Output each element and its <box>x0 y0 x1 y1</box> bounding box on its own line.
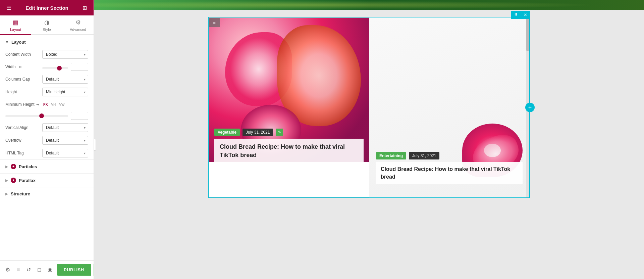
card-right-title: Cloud Bread Recipe: How to make that vir… <box>376 162 523 184</box>
content-width-select-wrap: Boxed Full Width ▾ <box>42 50 88 59</box>
style-tab-label: Style <box>43 28 51 32</box>
min-height-value-input[interactable]: 585 <box>71 112 88 120</box>
style-tab-icon: ◑ <box>44 19 50 26</box>
particles-label: Particles <box>19 164 37 169</box>
history-icon: ↺ <box>26 267 31 273</box>
content-width-row: Content Width Boxed Full Width ▾ <box>0 48 94 61</box>
particles-arrow-icon: ▶ <box>5 165 8 169</box>
width-value-input[interactable] <box>71 63 88 71</box>
drag-icon: ⠿ <box>514 12 518 17</box>
section-close-button[interactable]: ✕ <box>521 11 530 19</box>
height-control: Min Height Fit to Screen 100vh ▾ <box>42 88 88 96</box>
layers-icon: ≡ <box>17 267 20 273</box>
structure-label: Structure <box>11 191 30 196</box>
notes-button[interactable]: □ <box>36 265 43 275</box>
vegetable-badge: Vegetable <box>214 129 240 136</box>
canvas-content: ‹ ⠿ ✕ ≡ <box>94 10 644 279</box>
overflow-control: Default Hidden ▾ <box>42 136 88 145</box>
parallax-arrow-icon: ▶ <box>5 179 8 182</box>
settings-button[interactable]: ⚙ <box>3 265 12 275</box>
advanced-tab-icon: ⚙ <box>75 19 81 26</box>
particles-dot-icon: ✦ <box>11 164 16 169</box>
preview-icon: ◉ <box>48 267 52 273</box>
content-width-select[interactable]: Boxed Full Width <box>42 50 88 59</box>
card-handle[interactable]: ≡ <box>209 18 220 27</box>
meta-badges: Vegetable July 31, 2021 ✎ <box>214 129 364 136</box>
layout-tab-icon: ▦ <box>13 19 18 26</box>
height-select[interactable]: Min Height Fit to Screen 100vh <box>42 88 88 96</box>
history-button[interactable]: ↺ <box>24 265 33 275</box>
unit-px-tab[interactable]: PX <box>42 102 49 107</box>
tab-layout[interactable]: ▦ Layout <box>0 15 31 35</box>
structure-arrow-icon: ▶ <box>5 192 8 196</box>
add-column-icon: + <box>528 104 532 111</box>
parallax-dot-icon: ✦ <box>11 178 16 183</box>
columns-gap-row: Columns Gap Default No Gap Narrow Extend… <box>0 73 94 86</box>
vertical-align-select[interactable]: Default Top Middle Bottom <box>42 123 88 132</box>
unit-vw-tab[interactable]: VW <box>58 102 65 107</box>
grid-menu-button[interactable]: ⊞ <box>81 3 88 12</box>
close-icon: ✕ <box>524 12 527 17</box>
unit-vh-tab[interactable]: VH <box>50 102 57 107</box>
hamburger-menu-button[interactable]: ☰ <box>5 3 13 12</box>
tab-advanced[interactable]: ⚙ Advanced <box>62 15 94 35</box>
layout-tab-label: Layout <box>10 28 21 32</box>
panel-content: ▼ Layout Content Width Boxed Full Width … <box>0 35 94 260</box>
height-row: Height Min Height Fit to Screen 100vh ▾ <box>0 86 94 98</box>
edit-pencil-button[interactable]: ✎ <box>276 129 283 136</box>
min-height-slider-container <box>5 115 68 117</box>
tab-style[interactable]: ◑ Style <box>31 15 62 35</box>
grid-icon: ⊞ <box>83 5 87 11</box>
html-tag-select[interactable]: Default header main footer article secti… <box>42 149 88 157</box>
columns-gap-select[interactable]: Default No Gap Narrow Extended Wide Wide… <box>42 75 88 84</box>
min-height-row: Minimum Height ⬌ PX VH VW <box>0 98 94 110</box>
overflow-row: Overflow Default Hidden ▾ <box>0 134 94 147</box>
left-date-badge: July 31, 2021 <box>243 129 273 136</box>
min-height-label: Minimum Height ⬌ <box>5 102 42 107</box>
hamburger-icon: ☰ <box>7 5 11 11</box>
publish-button[interactable]: PUBLISH <box>57 264 91 276</box>
vertical-align-select-wrap: Default Top Middle Bottom ▾ <box>42 123 88 132</box>
columns-gap-select-wrap: Default No Gap Narrow Extended Wide Wide… <box>42 75 88 84</box>
right-badges: Entertaining July 31, 2021 <box>376 152 523 159</box>
unit-tabs: PX VH VW <box>42 102 88 107</box>
columns-gap-control: Default No Gap Narrow Extended Wide Wide… <box>42 75 88 84</box>
canvas-area: ‹ ⠿ ✕ ≡ <box>94 0 644 279</box>
overflow-select[interactable]: Default Hidden <box>42 136 88 145</box>
section-controls: ⠿ ✕ <box>511 11 530 19</box>
particles-section: ▶ ✦ Particles <box>0 159 94 173</box>
width-control <box>42 64 68 70</box>
html-tag-label: HTML Tag <box>5 151 42 155</box>
structure-section: ▶ Structure <box>0 187 94 200</box>
vertical-align-row: Vertical Align Default Top Middle Bottom… <box>0 121 94 134</box>
advanced-tab-label: Advanced <box>70 28 86 32</box>
overflow-label: Overflow <box>5 138 42 143</box>
particles-header[interactable]: ▶ ✦ Particles <box>0 160 94 173</box>
add-column-button[interactable]: + <box>525 103 535 112</box>
parallax-section: ▶ ✦ Parallax <box>0 173 94 187</box>
overflow-select-wrap: Default Hidden ▾ <box>42 136 88 145</box>
section-drag-button[interactable]: ⠿ <box>511 11 521 19</box>
layout-arrow-icon: ▼ <box>5 40 9 44</box>
collapse-panel-button[interactable]: ‹ <box>94 139 96 151</box>
vertical-align-control: Default Top Middle Bottom ▾ <box>42 123 88 132</box>
card-left-title: Cloud Bread Recipe: How to make that vir… <box>214 139 364 164</box>
min-height-slider-row: 585 <box>0 110 94 121</box>
inner-section: ≡ Vegetable July 31, 2021 <box>208 17 530 198</box>
min-height-slider[interactable] <box>5 115 68 117</box>
parallax-header[interactable]: ▶ ✦ Parallax <box>0 174 94 187</box>
layout-section-header[interactable]: ▼ Layout <box>0 35 94 48</box>
parallax-label: Parallax <box>19 178 36 183</box>
right-date-badge: July 31, 2021 <box>409 152 439 159</box>
width-icon: ⬌ <box>19 65 22 69</box>
structure-header[interactable]: ▶ Structure <box>0 187 94 200</box>
html-tag-row: HTML Tag Default header main footer arti… <box>0 147 94 159</box>
height-label: Height <box>5 90 42 94</box>
panel-title: Edit Inner Section <box>25 5 68 11</box>
tabs-row: ▦ Layout ◑ Style ⚙ Advanced <box>0 15 94 35</box>
preview-button[interactable]: ◉ <box>46 265 54 275</box>
right-scrollbar-thumb <box>526 17 529 51</box>
content-width-label: Content Width <box>5 52 42 57</box>
width-slider[interactable] <box>42 67 68 68</box>
layers-button[interactable]: ≡ <box>15 265 22 275</box>
